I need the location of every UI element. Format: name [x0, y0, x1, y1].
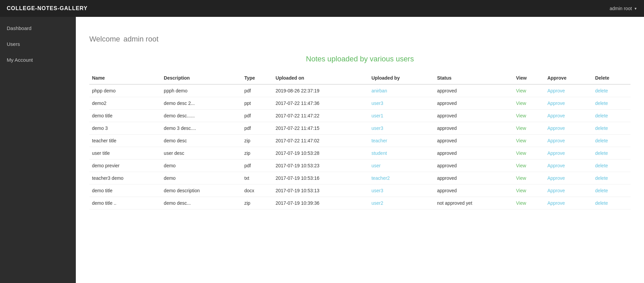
cell-description: demo: [161, 172, 242, 185]
cell-status: approved: [434, 97, 513, 110]
cell-type: zip: [242, 147, 273, 160]
cell-view[interactable]: View: [513, 160, 545, 172]
cell-uploaded-by[interactable]: user1: [369, 110, 434, 122]
cell-name: demo title: [89, 185, 161, 197]
cell-type: zip: [242, 135, 273, 147]
cell-name: demo 3: [89, 122, 161, 135]
sidebar: Dashboard Users My Account: [0, 17, 76, 283]
cell-name: demo previer: [89, 160, 161, 172]
cell-approve[interactable]: Approve: [545, 185, 592, 197]
cell-uploaded-on: 2017-07-19 10:53:16: [273, 172, 369, 185]
cell-uploaded-on: 2017-07-22 11:47:02: [273, 135, 369, 147]
cell-status: approved: [434, 110, 513, 122]
sidebar-item-my-account[interactable]: My Account: [0, 52, 76, 68]
cell-approve[interactable]: Approve: [545, 135, 592, 147]
cell-approve[interactable]: Approve: [545, 160, 592, 172]
cell-type: pdf: [242, 84, 273, 97]
cell-delete[interactable]: delete: [592, 97, 631, 110]
cell-description: demo description: [161, 185, 242, 197]
cell-view[interactable]: View: [513, 122, 545, 135]
cell-uploaded-by[interactable]: student: [369, 147, 434, 160]
cell-status: approved: [434, 185, 513, 197]
cell-approve[interactable]: Approve: [545, 110, 592, 122]
table-row: demo titledemo descriptiondocx2017-07-19…: [89, 185, 631, 197]
cell-uploaded-on: 2017-07-19 10:53:28: [273, 147, 369, 160]
welcome-heading: Welcome admin root: [89, 30, 631, 45]
col-uploaded-by: Uploaded by: [369, 72, 434, 84]
col-name: Name: [89, 72, 161, 84]
cell-uploaded-by[interactable]: teacher2: [369, 172, 434, 185]
cell-status: approved: [434, 172, 513, 185]
cell-description: user desc: [161, 147, 242, 160]
col-view: View: [513, 72, 545, 84]
table-row: user titleuser desczip2017-07-19 10:53:2…: [89, 147, 631, 160]
cell-approve[interactable]: Approve: [545, 84, 592, 97]
col-delete: Delete: [592, 72, 631, 84]
col-approve: Approve: [545, 72, 592, 84]
cell-view[interactable]: View: [513, 197, 545, 209]
cell-type: zip: [242, 197, 273, 209]
cell-view[interactable]: View: [513, 147, 545, 160]
user-menu[interactable]: admin root ▼: [610, 6, 637, 11]
cell-uploaded-by[interactable]: user3: [369, 97, 434, 110]
cell-delete[interactable]: delete: [592, 197, 631, 209]
cell-type: docx: [242, 185, 273, 197]
col-status: Status: [434, 72, 513, 84]
cell-delete[interactable]: delete: [592, 160, 631, 172]
cell-delete[interactable]: delete: [592, 110, 631, 122]
cell-uploaded-on: 2017-07-19 10:53:13: [273, 185, 369, 197]
brand-title: COLLEGE-NOTES-GALLERY: [7, 5, 88, 11]
cell-delete[interactable]: delete: [592, 84, 631, 97]
cell-uploaded-by[interactable]: anirban: [369, 84, 434, 97]
cell-uploaded-by[interactable]: teacher: [369, 135, 434, 147]
table-row: phpp demoppph demopdf2019-08-26 22:37:19…: [89, 84, 631, 97]
section-title: Notes uploaded by various users: [89, 55, 631, 63]
cell-delete[interactable]: delete: [592, 135, 631, 147]
user-label: admin root: [610, 6, 632, 11]
sidebar-item-users[interactable]: Users: [0, 36, 76, 52]
cell-uploaded-on: 2017-07-22 11:47:22: [273, 110, 369, 122]
cell-status: approved: [434, 147, 513, 160]
cell-uploaded-by[interactable]: user2: [369, 197, 434, 209]
cell-delete[interactable]: delete: [592, 185, 631, 197]
cell-delete[interactable]: delete: [592, 147, 631, 160]
cell-approve[interactable]: Approve: [545, 197, 592, 209]
cell-view[interactable]: View: [513, 110, 545, 122]
cell-name: teacher title: [89, 135, 161, 147]
table-row: demo title ..demo desc...zip2017-07-19 1…: [89, 197, 631, 209]
table-row: teacher titledemo desczip2017-07-22 11:4…: [89, 135, 631, 147]
notes-table: Name Description Type Uploaded on Upload…: [89, 72, 631, 209]
table-header: Name Description Type Uploaded on Upload…: [89, 72, 631, 84]
cell-description: demo: [161, 160, 242, 172]
cell-approve[interactable]: Approve: [545, 122, 592, 135]
cell-delete[interactable]: delete: [592, 172, 631, 185]
welcome-title: Welcome: [89, 35, 120, 43]
table-row: teacher3 demodemotxt2017-07-19 10:53:16t…: [89, 172, 631, 185]
cell-view[interactable]: View: [513, 172, 545, 185]
cell-uploaded-by[interactable]: user3: [369, 185, 434, 197]
cell-name: phpp demo: [89, 84, 161, 97]
cell-type: txt: [242, 172, 273, 185]
cell-description: demo desc: [161, 135, 242, 147]
welcome-user: admin root: [123, 35, 158, 43]
cell-view[interactable]: View: [513, 84, 545, 97]
cell-view[interactable]: View: [513, 97, 545, 110]
layout: Dashboard Users My Account Welcome admin…: [0, 17, 644, 283]
cell-view[interactable]: View: [513, 185, 545, 197]
cell-approve[interactable]: Approve: [545, 147, 592, 160]
cell-name: demo title ..: [89, 197, 161, 209]
cell-view[interactable]: View: [513, 135, 545, 147]
cell-uploaded-by[interactable]: user3: [369, 122, 434, 135]
cell-delete[interactable]: delete: [592, 122, 631, 135]
cell-type: ppt: [242, 97, 273, 110]
cell-name: demo2: [89, 97, 161, 110]
cell-name: teacher3 demo: [89, 172, 161, 185]
cell-approve[interactable]: Approve: [545, 172, 592, 185]
cell-uploaded-by[interactable]: user: [369, 160, 434, 172]
cell-approve[interactable]: Approve: [545, 97, 592, 110]
cell-name: demo title: [89, 110, 161, 122]
cell-uploaded-on: 2017-07-19 10:39:36: [273, 197, 369, 209]
cell-description: demo desc......: [161, 110, 242, 122]
cell-description: demo 3 desc....: [161, 122, 242, 135]
sidebar-item-dashboard[interactable]: Dashboard: [0, 20, 76, 36]
